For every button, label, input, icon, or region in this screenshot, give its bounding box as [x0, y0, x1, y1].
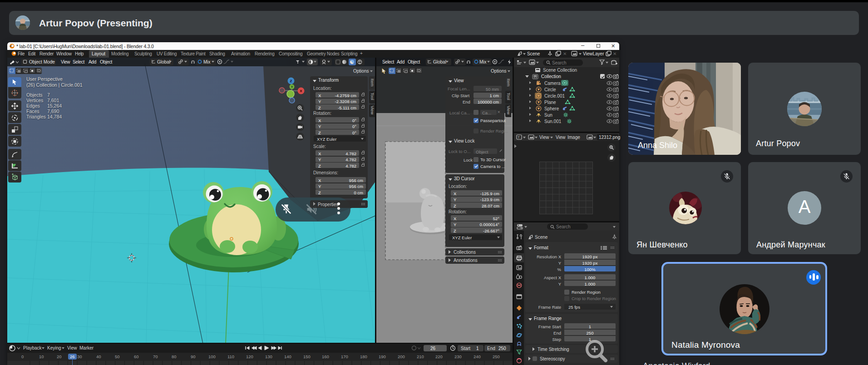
svg-text:X: X — [300, 89, 302, 93]
svg-text:Y: Y — [291, 85, 293, 89]
svg-text:T: T — [518, 135, 520, 139]
svg-text:Z: Z — [290, 79, 292, 83]
svg-text:Anna Shilo: Anna Shilo — [638, 141, 677, 150]
